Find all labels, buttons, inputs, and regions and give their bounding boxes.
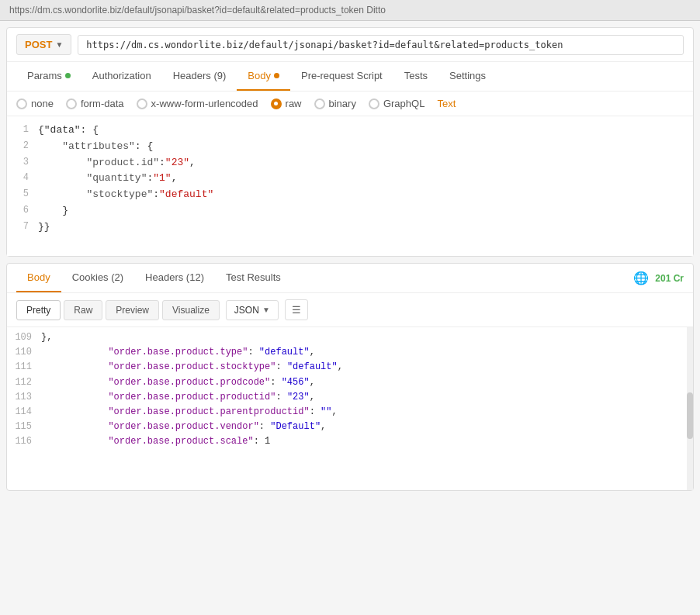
tab-tests[interactable]: Tests — [393, 62, 438, 91]
globe-icon: 🌐 — [633, 271, 649, 285]
tab-params[interactable]: Params — [16, 62, 81, 91]
filter-icon-btn[interactable]: ☰ — [285, 299, 308, 320]
filter-icon: ☰ — [292, 304, 301, 316]
code-line-4: 4 "quantity":"1", — [7, 171, 693, 187]
tab-headers[interactable]: Headers (9) — [162, 62, 237, 91]
radio-none-circle — [16, 98, 27, 109]
resp-line-109: 109 }, — [7, 330, 693, 345]
format-visualize-btn[interactable]: Visualize — [162, 300, 220, 320]
radio-binary[interactable]: binary — [314, 98, 356, 109]
format-preview-btn[interactable]: Preview — [106, 300, 159, 320]
response-status: 🌐 201 Cr — [633, 271, 684, 285]
code-line-1: 1 {"data": { — [7, 123, 693, 139]
url-top-bar: https://dm.cs.wondorlite.biz/default/jso… — [0, 0, 700, 21]
method-dropdown[interactable]: POST ▼ — [16, 34, 71, 55]
radio-urlencoded[interactable]: x-www-form-urlencoded — [137, 98, 258, 109]
tab-tests-label: Tests — [404, 70, 428, 81]
tab-settings[interactable]: Settings — [438, 62, 497, 91]
radio-graphql-circle — [369, 98, 379, 109]
format-pretty-btn[interactable]: Pretty — [16, 300, 61, 320]
response-body-content: 109 }, 110 "order.base.product.type": "d… — [7, 327, 693, 490]
url-input[interactable]: https://dm.cs.wondorlite.biz/default/jso… — [78, 35, 684, 55]
radio-none[interactable]: none — [16, 98, 54, 109]
request-section: POST ▼ https://dm.cs.wondorlite.biz/defa… — [6, 27, 694, 257]
format-raw-btn[interactable]: Raw — [64, 300, 102, 320]
response-tab-body[interactable]: Body — [16, 264, 61, 292]
body-dot — [274, 73, 279, 78]
radio-graphql[interactable]: GraphQL — [369, 98, 425, 109]
response-tab-test-results[interactable]: Test Results — [215, 264, 292, 292]
status-code: 201 Cr — [655, 273, 684, 284]
resp-line-116: 116 "order.base.product.scale": 1 — [7, 434, 693, 449]
scrollbar-track[interactable] — [687, 327, 693, 490]
response-tab-headers[interactable]: Headers (12) — [134, 264, 215, 292]
response-code-viewer[interactable]: 109 }, 110 "order.base.product.type": "d… — [7, 327, 693, 490]
resp-line-114: 114 "order.base.product.parentproductid"… — [7, 405, 693, 420]
tab-body-label: Body — [248, 70, 271, 81]
tab-headers-label: Headers (9) — [173, 70, 227, 81]
radio-raw[interactable]: raw — [271, 98, 302, 109]
json-format-dropdown[interactable]: JSON ▼ — [226, 300, 279, 320]
resp-line-110: 110 "order.base.product.type": "default"… — [7, 345, 693, 360]
response-format-row: Pretty Raw Preview Visualize JSON ▼ ☰ — [7, 293, 693, 327]
resp-line-111: 111 "order.base.product.stocktype": "def… — [7, 360, 693, 375]
response-section: Body Cookies (2) Headers (12) Test Resul… — [6, 263, 694, 491]
code-line-6: 6 } — [7, 203, 693, 219]
scrollbar-thumb[interactable] — [687, 392, 693, 439]
request-line: POST ▼ https://dm.cs.wondorlite.biz/defa… — [7, 28, 693, 62]
tab-authorization-label: Authorization — [92, 70, 151, 81]
resp-line-115: 115 "order.base.product.vendor": "Defaul… — [7, 420, 693, 434]
resp-line-113: 113 "order.base.product.productid": "23"… — [7, 390, 693, 405]
chevron-down-icon: ▼ — [262, 306, 270, 314]
response-tab-cookies[interactable]: Cookies (2) — [61, 264, 134, 292]
resp-line-112: 112 "order.base.product.prodcode": "456"… — [7, 375, 693, 390]
tab-body[interactable]: Body — [237, 62, 290, 91]
text-format-label[interactable]: Text — [437, 98, 456, 109]
code-line-2: 2 "attributes": { — [7, 139, 693, 155]
radio-raw-circle — [271, 98, 282, 109]
radio-form-data[interactable]: form-data — [66, 98, 124, 109]
request-tabs: Params Authorization Headers (9) Body Pr… — [7, 62, 693, 92]
response-tabs: Body Cookies (2) Headers (12) Test Resul… — [7, 264, 693, 293]
tab-pre-request[interactable]: Pre-request Script — [290, 62, 393, 91]
tab-authorization[interactable]: Authorization — [81, 62, 162, 91]
params-dot — [65, 73, 71, 78]
request-body-editor[interactable]: 1 {"data": { 2 "attributes": { 3 "produc… — [7, 116, 693, 256]
json-label: JSON — [234, 305, 259, 316]
chevron-down-icon: ▼ — [55, 40, 63, 49]
method-label: POST — [25, 39, 52, 50]
radio-binary-circle — [314, 98, 325, 109]
code-line-3: 3 "product.id":"23", — [7, 155, 693, 171]
radio-urlencoded-circle — [137, 98, 147, 109]
code-line-5: 5 "stocktype":"default" — [7, 187, 693, 203]
tab-pre-request-label: Pre-request Script — [301, 70, 383, 81]
code-line-7: 7 }} — [7, 219, 693, 236]
radio-form-data-circle — [66, 98, 77, 109]
tab-params-label: Params — [27, 70, 62, 81]
tab-settings-label: Settings — [449, 70, 486, 81]
body-type-row: none form-data x-www-form-urlencoded raw… — [7, 92, 693, 116]
